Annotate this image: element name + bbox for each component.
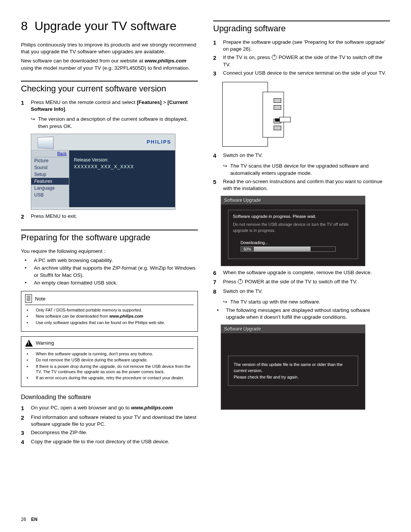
upgrade-step-2: 2If the TV is on, press POWER at the sid… [213, 54, 390, 68]
section-prepare: Preparing for the software upgrade [21, 230, 198, 243]
su-title: Software Upgrade [221, 196, 365, 204]
su-progress-msg: Software upgrade in progress. Please wai… [233, 214, 353, 219]
warning-icon [25, 340, 33, 347]
check-step-2: 2Press MENU to exit. [21, 213, 198, 220]
tv-menu-picture: Picture [31, 157, 69, 164]
software-upgrade-progress-screenshot: Software Upgrade Software upgrade in pro… [221, 196, 365, 266]
power-icon [272, 55, 277, 60]
su-downloading-label: Downloading... [241, 240, 353, 245]
section-check-version: Checking your current software version [21, 81, 198, 94]
su-progress-warning: Do not remove the USB storage device or … [233, 222, 353, 233]
prepare-bullet-1: A PC with web browsing capability. [21, 257, 198, 264]
page-language: EN [31, 517, 38, 522]
upgrade-step-8: 8Switch on the TV. [213, 288, 390, 296]
power-icon [238, 279, 243, 284]
tv-monitor-icon [38, 136, 54, 149]
upgrade-tail-note: The following messages are displayed wit… [213, 307, 390, 321]
download-step-4: 4Copy the upgrade file to the root direc… [21, 438, 198, 446]
su-error-msg-1: The version of this update file is the s… [234, 361, 352, 374]
software-upgrade-error-screenshot: Software Upgrade The version of this upd… [221, 324, 365, 410]
warning-box: Warning When the software upgrade is run… [21, 336, 198, 387]
note-item-3: Use only software upgrades that can be f… [25, 320, 194, 325]
upgrade-step-5: 5Read the on-screen instructions and con… [213, 178, 390, 192]
note-box: Note Only FAT / DOS-formatted portable m… [21, 291, 198, 332]
check-step-1: 1 Press MENU on the remote control and s… [21, 99, 198, 113]
warn-item-2: Do not remove the USB device during the … [25, 357, 194, 363]
warning-label: Warning [36, 340, 54, 346]
upgrade-step-1: 1Prepare the software upgrade (see 'Prep… [213, 39, 390, 53]
note-item-1: Only FAT / DOS-formatted portable memory… [25, 307, 194, 313]
check-step-1-result: The version and a description of the cur… [31, 116, 198, 129]
chapter-heading: 8 Upgrade your TV software [21, 19, 198, 33]
intro-paragraph-2: New software can be downloaded from our … [21, 58, 198, 71]
upgrade-step-7: 7Press POWER at the side of the TV to sw… [213, 278, 390, 286]
su-title-2: Software Upgrade [221, 325, 365, 333]
su-progress-percent: 60% [241, 247, 254, 251]
page-footer: 26 EN [21, 517, 37, 522]
tv-menu-usb: USB [31, 192, 69, 198]
chapter-title: Upgrade your TV software [35, 19, 177, 33]
download-step-1: 1On your PC, open a web browser and go t… [21, 404, 198, 412]
tv-release-value: XXXXXXX_XXX_X_XXXX [74, 164, 170, 169]
tv-menu-language: Language [31, 185, 69, 192]
note-item-2: New software can be downloaded from www.… [25, 313, 194, 319]
warn-item-1: When the software upgrade is running, do… [25, 351, 194, 356]
philips-logo: PHILIPS [147, 139, 171, 145]
upgrade-step-3: 3Connect your USB device to the service … [213, 70, 390, 77]
download-step-3: 3Decompress the ZIP-file. [21, 429, 198, 437]
tv-menu-setup: Setup [31, 171, 69, 178]
note-icon [25, 294, 32, 303]
upgrade-step-4-result: The TV scans the USB device for the upgr… [223, 163, 390, 176]
subsection-download: Downloading the software [21, 394, 198, 401]
prepare-intro: You require the following equipment : [21, 248, 198, 255]
tv-menu-sound: Sound [31, 164, 69, 171]
warn-item-3: If there is a power drop during the upgr… [25, 364, 194, 375]
page-number: 26 [21, 517, 26, 522]
upgrade-step-6: 6When the software upgrade is complete, … [213, 269, 390, 277]
usb-stick-icon [279, 117, 291, 122]
intro-paragraph-1: Philips continuously tries to improve it… [21, 42, 198, 55]
tv-menu-features: Features [31, 178, 69, 185]
upgrade-step-4: 4Switch on the TV. [213, 152, 390, 160]
warn-item-4: If an error occurs during the upgrade, r… [25, 375, 194, 380]
upgrade-step-8-result: The TV starts up with the new software. [223, 299, 390, 305]
tv-menu-screenshot: PHILIPS Back Picture Sound Setup Feature… [31, 134, 175, 210]
tv-back-link: Back [57, 151, 67, 156]
note-label: Note [35, 296, 45, 302]
prepare-bullet-2: An archive utility that supports the ZIP… [21, 265, 198, 278]
download-step-2: 2Find information and software related t… [21, 414, 198, 428]
su-error-msg-2: Please check the file and try again. [234, 374, 352, 380]
chapter-number: 8 [21, 19, 28, 33]
prepare-bullet-3: An empty clean formatted USB stick. [21, 280, 198, 286]
section-upgrade: Upgrading software [213, 21, 390, 34]
usb-connection-illustration [221, 80, 293, 149]
su-progress-bar: 60% [241, 246, 336, 252]
tv-release-label: Release Version: [74, 157, 170, 163]
